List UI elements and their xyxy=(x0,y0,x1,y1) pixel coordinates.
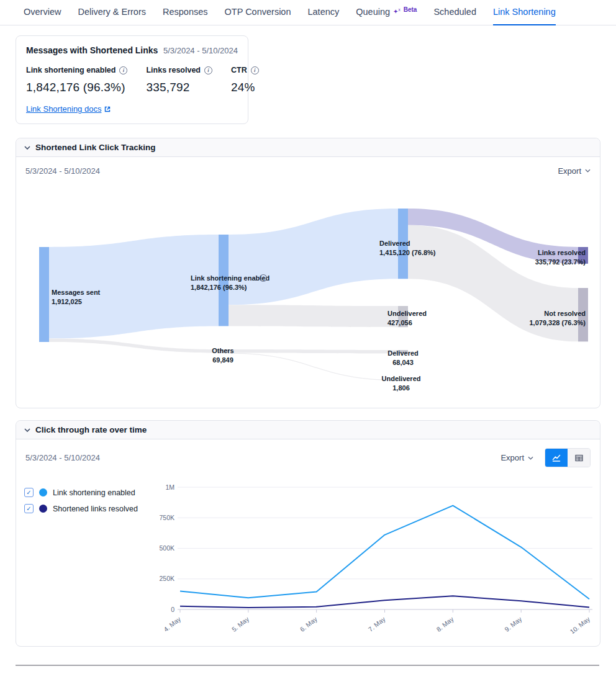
metric-label: CTR xyxy=(231,66,247,74)
tab-latency[interactable]: Latency xyxy=(307,0,339,25)
summary-title: Messages with Shortened Links xyxy=(26,45,158,55)
sankey-label-links_resolved-name: Links resolved xyxy=(538,249,586,256)
ctr-section-header[interactable]: Click through rate over time xyxy=(16,421,600,439)
metric-value: 1,842,176 (96.3%) xyxy=(26,81,127,94)
table-icon xyxy=(575,454,583,462)
y-axis-tick-label: 750K xyxy=(159,514,174,521)
docs-link-label: Link Shortening docs xyxy=(26,104,101,114)
sankey-section-header[interactable]: Shortened Link Click Tracking xyxy=(16,138,600,157)
sankey-flow-others-to-delivered_others xyxy=(229,349,398,353)
sankey-label-others-name: Others xyxy=(212,347,233,354)
tab-label: Scheduled xyxy=(433,7,476,17)
tab-scheduled[interactable]: Scheduled xyxy=(433,0,476,25)
sankey-label-delivered-value: 1,415,120 (76.8%) xyxy=(379,249,436,256)
metric-label: Links resolved xyxy=(146,66,201,74)
legend-checkbox[interactable]: ✓ xyxy=(24,504,34,513)
x-axis-tick-label: 5. May xyxy=(230,615,251,633)
chart-legend: ✓Link shortening enabled✓Shortened links… xyxy=(24,488,138,513)
sankey-node-messages_sent[interactable] xyxy=(39,247,49,342)
summary-metrics: Link shortening enabledi1,842,176 (96.3%… xyxy=(26,66,238,94)
chevron-down-icon xyxy=(24,428,30,432)
x-axis-tick-label: 4. May xyxy=(162,615,183,633)
external-link-icon xyxy=(104,106,111,113)
sankey-label-messages_sent-name: Messages sent xyxy=(52,289,101,296)
sankey-label-others-value: 69,849 xyxy=(212,356,233,364)
x-axis-tick-label: 6. May xyxy=(299,615,319,633)
legend-label: Shortened links resolved xyxy=(53,505,138,513)
sankey-label-messages_sent-value: 1,912,025 xyxy=(52,298,82,305)
y-axis-tick-label: 1M xyxy=(165,483,174,491)
metric-label: Link shortening enabled xyxy=(26,66,116,74)
metric: Link shortening enabledi1,842,176 (96.3%… xyxy=(26,66,127,94)
summary-card: Messages with Shortened Links 5/3/2024 -… xyxy=(16,35,248,124)
sankey-label-undelivered_others-value: 1,806 xyxy=(392,384,410,392)
tab-label: Queuing xyxy=(356,7,390,17)
sankey-section: Shortened Link Click Tracking 5/3/2024 -… xyxy=(16,138,600,408)
sankey-export-button[interactable]: Export xyxy=(558,166,591,176)
tab-queuing[interactable]: Queuing✦xBeta xyxy=(356,0,417,25)
metric-value: 24% xyxy=(231,81,259,94)
chevron-down-icon xyxy=(528,456,533,460)
tab-label: Delivery & Errors xyxy=(78,7,146,17)
sankey-date-range: 5/3/2024 - 5/10/2024 xyxy=(25,166,100,176)
tab-responses[interactable]: Responses xyxy=(163,0,208,25)
tab-label: OTP Conversion xyxy=(225,7,291,17)
y-axis-tick-label: 250K xyxy=(159,575,174,582)
sankey-label-undelivered-name: Undelivered xyxy=(387,310,427,317)
line-chart-view-button[interactable] xyxy=(545,449,568,467)
sankey-label-undelivered-value: 427,056 xyxy=(387,319,412,326)
sankey-flow-messages_sent-to-others xyxy=(49,338,219,353)
chevron-down-icon xyxy=(24,146,30,150)
sankey-flow-link_shortening_enabled-to-delivered xyxy=(229,209,398,305)
bottom-divider xyxy=(16,665,599,666)
metric: Links resolvedi335,792 xyxy=(146,66,212,94)
ctr-export-label: Export xyxy=(500,453,524,462)
chart-view-toggle xyxy=(545,448,591,467)
summary-date-range: 5/3/2024 - 5/10/2024 xyxy=(163,46,238,55)
sankey-label-delivered-name: Delivered xyxy=(379,240,410,247)
table-view-button[interactable] xyxy=(568,449,590,467)
legend-series-dot xyxy=(39,488,47,497)
metric: CTRi24% xyxy=(231,66,259,94)
ctr-date-range: 5/3/2024 - 5/10/2024 xyxy=(25,453,100,462)
ctr-line-chart: 0250K500K750K1M4. May5. May6. May7. May8… xyxy=(150,479,597,634)
tab-link-shortening[interactable]: Link Shortening xyxy=(493,0,556,25)
sankey-section-title: Shortened Link Click Tracking xyxy=(35,143,156,152)
sankey-label-links_resolved-value: 335,792 (23.7%) xyxy=(535,258,586,266)
line-chart-icon xyxy=(552,454,561,462)
sankey-label-link_shortening_enabled-name: Link shortening enabled xyxy=(191,274,270,282)
tab-otp-conversion[interactable]: OTP Conversion xyxy=(225,0,291,25)
metric-value: 335,792 xyxy=(146,81,212,94)
y-axis-tick-label: 500K xyxy=(159,544,174,552)
tab-overview[interactable]: Overview xyxy=(24,0,61,25)
info-icon[interactable]: i xyxy=(204,66,212,74)
docs-link[interactable]: Link Shortening docs xyxy=(26,104,111,114)
x-axis-tick-label: 10. May xyxy=(568,615,591,634)
sparkle-icon: ✦x xyxy=(393,8,401,15)
sankey-label-undelivered_others-name: Undelivered xyxy=(382,375,421,382)
legend-label: Link shortening enabled xyxy=(53,488,135,497)
ctr-export-button[interactable]: Export xyxy=(500,453,533,462)
tab-label: Link Shortening xyxy=(493,7,556,17)
sankey-flow-link_shortening_enabled-to-undelivered xyxy=(229,305,398,327)
tab-bar: OverviewDelivery & ErrorsResponsesOTP Co… xyxy=(0,0,616,25)
tab-delivery-errors[interactable]: Delivery & Errors xyxy=(78,0,146,25)
sankey-label-delivered_others-value: 68,043 xyxy=(392,359,414,366)
info-icon[interactable]: i xyxy=(119,66,127,74)
legend-item: ✓Link shortening enabled xyxy=(24,488,138,497)
tab-label: Latency xyxy=(307,7,339,17)
sankey-label-delivered_others-name: Delivered xyxy=(387,349,419,357)
x-axis-tick-label: 8. May xyxy=(435,615,455,633)
info-icon[interactable]: i xyxy=(251,66,259,74)
series-line-link-shortening-enabled xyxy=(180,506,589,600)
sankey-export-label: Export xyxy=(558,166,581,176)
sankey-label-not_resolved-value: 1,079,328 (76.3%) xyxy=(529,319,586,326)
chevron-down-icon xyxy=(585,169,591,173)
x-axis-tick-label: 7. May xyxy=(367,615,387,633)
sankey-label-not_resolved-name: Not resolved xyxy=(544,310,586,317)
tab-label: Responses xyxy=(163,7,208,17)
legend-checkbox[interactable]: ✓ xyxy=(24,488,34,497)
legend-series-dot xyxy=(39,505,47,513)
beta-badge: Beta xyxy=(404,6,417,13)
legend-item: ✓Shortened links resolved xyxy=(24,504,138,513)
